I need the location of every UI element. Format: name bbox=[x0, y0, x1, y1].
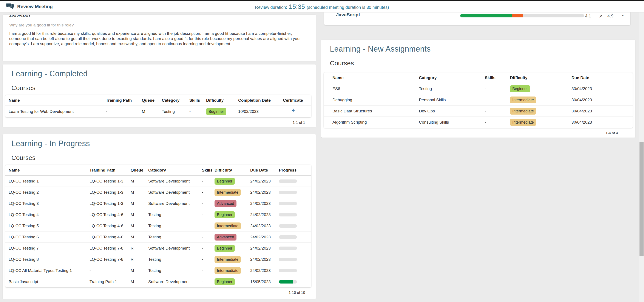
col-name: Name bbox=[6, 98, 106, 103]
table-row: Basic Javascript Training Path 1 M Softw… bbox=[6, 276, 311, 287]
col-difficulty: Difficulty bbox=[510, 75, 572, 80]
progress-bar bbox=[279, 247, 297, 250]
skill-current-score: 4.1 bbox=[585, 13, 591, 18]
qa-date: 2023/02/27 bbox=[9, 15, 310, 18]
cell-skills: - bbox=[189, 109, 206, 114]
in-progress-courses-table: Name Training Path Queue Category Skills… bbox=[6, 165, 311, 287]
score-trend-arrow-icon: ↗ bbox=[599, 13, 602, 19]
difficulty-badge: Intermediate bbox=[214, 223, 241, 229]
pagination-completed: 1-1 of 1 bbox=[3, 117, 316, 125]
review-duration-value: 15:35 bbox=[289, 3, 305, 10]
certificate-download-icon[interactable] bbox=[290, 108, 296, 114]
col-skills: Skills bbox=[485, 75, 510, 80]
cell-name: LQ-CC Testing 7 bbox=[6, 246, 90, 251]
cell-name: LQ-CC Testing 3 bbox=[6, 201, 90, 206]
courses-subtitle: Courses bbox=[3, 154, 316, 161]
app-bar: Review Meeting Review duration: 15:35 (s… bbox=[0, 1, 644, 12]
progress-bar bbox=[279, 224, 297, 228]
page-title: Review Meeting bbox=[17, 4, 53, 9]
col-queue: Queue bbox=[142, 98, 162, 103]
col-skills: Skills bbox=[202, 168, 214, 173]
pagination-in-progress: 1-10 of 10 bbox=[3, 287, 316, 295]
table-row: LQ-CC All Material Types Testing 1 - M T… bbox=[6, 265, 311, 276]
table-row: LQ-CC Testing 6 LQ-CC Testing 4-6 M Test… bbox=[6, 232, 311, 243]
difficulty-badge: Beginner bbox=[206, 108, 226, 115]
difficulty-badge: Beginner bbox=[214, 245, 235, 252]
cell-name: Basic Data Structures bbox=[324, 109, 419, 113]
col-category: Category bbox=[148, 168, 202, 173]
cell-name: LQ-CC Testing 2 bbox=[6, 190, 90, 195]
col-training-path: Training Path bbox=[106, 98, 142, 103]
cell-name: LQ-CC Testing 5 bbox=[6, 224, 90, 228]
difficulty-badge: Beginner bbox=[214, 278, 235, 285]
progress-bar bbox=[279, 202, 297, 205]
col-progress: Progress bbox=[279, 168, 311, 173]
table-row: Basic Data Structures Dev Ops - Intermed… bbox=[324, 106, 632, 117]
difficulty-badge: Beginner bbox=[214, 178, 235, 185]
table-row: LQ-CC Testing 5 LQ-CC Testing 4-6 M Test… bbox=[6, 220, 311, 232]
cell-category: Testing bbox=[162, 109, 189, 114]
skill-bar-gap-segment bbox=[512, 14, 523, 17]
window-top-edge bbox=[0, 0, 644, 1]
progress-bar bbox=[279, 191, 297, 194]
section-title-completed: Learning - Completed bbox=[3, 64, 316, 78]
progress-bar bbox=[279, 213, 297, 217]
cell-name: LQ-CC Testing 1 bbox=[6, 179, 90, 184]
progress-bar bbox=[279, 269, 297, 272]
qa-answer: I am a good fit for this role because my… bbox=[9, 31, 310, 46]
progress-bar bbox=[279, 235, 297, 239]
col-training-path: Training Path bbox=[90, 168, 130, 173]
difficulty-badge: Intermediate bbox=[510, 119, 536, 126]
difficulty-badge: Beginner bbox=[510, 85, 530, 92]
difficulty-badge: Intermediate bbox=[214, 267, 241, 274]
learning-completed-section: Learning - Completed Courses Name Traini… bbox=[3, 64, 316, 127]
cell-name: Learn Testing for Web Development bbox=[6, 109, 106, 114]
cell-name: LQ-CC Testing 4 bbox=[6, 212, 90, 217]
cell-name: LQ-CC Testing 6 bbox=[6, 235, 90, 240]
cell-name: LQ-CC Testing 8 bbox=[6, 257, 90, 262]
review-duration-note: (scheduled meeting duration is 30 minute… bbox=[306, 5, 389, 10]
difficulty-badge: Intermediate bbox=[510, 96, 536, 103]
cell-name: ES6 bbox=[324, 86, 419, 91]
difficulty-badge: Advanced bbox=[214, 234, 236, 241]
skill-bar-current-segment bbox=[460, 14, 512, 17]
qa-panel: 2023/02/27 Why are you a good fit for th… bbox=[3, 15, 316, 61]
table-row: LQ-CC Testing 7 LQ-CC Testing 7-8 R Soft… bbox=[6, 243, 311, 254]
progress-bar bbox=[279, 180, 297, 183]
completed-courses-table: Name Training Path Queue Category Skills… bbox=[6, 95, 311, 117]
col-due-date: Due Date bbox=[250, 168, 279, 173]
cell-completion-date: 10/02/2023 bbox=[238, 109, 283, 114]
table-row: LQ-CC Testing 2 LQ-CC Testing 1-3 M Soft… bbox=[6, 187, 311, 198]
difficulty-badge: Intermediate bbox=[214, 256, 241, 263]
col-completion-date: Completion Date bbox=[238, 98, 283, 103]
cell-name: Basic Javascript bbox=[6, 280, 90, 284]
vertical-scrollbar[interactable] bbox=[639, 12, 644, 302]
col-skills: Skills bbox=[189, 98, 206, 103]
table-row: ES6 Testing - Beginner 30/04/2023 bbox=[324, 83, 632, 94]
progress-bar bbox=[279, 280, 297, 284]
page-content: 2023/02/27 Why are you a good fit for th… bbox=[0, 12, 644, 302]
courses-subtitle: Courses bbox=[3, 84, 316, 92]
col-queue: Queue bbox=[130, 168, 148, 173]
qa-question: Why are you a good fit for this role? bbox=[9, 23, 310, 27]
table-row: LQ-CC Testing 3 LQ-CC Testing 1-3 M Soft… bbox=[6, 198, 311, 209]
scrollbar-thumb[interactable] bbox=[640, 142, 644, 256]
table-row: LQ-CC Testing 4 LQ-CC Testing 4-6 M Test… bbox=[6, 209, 311, 220]
table-row: Algorithm Scripting Consulting Skills - … bbox=[324, 117, 632, 128]
col-name: Name bbox=[324, 75, 419, 80]
difficulty-badge: Intermediate bbox=[214, 189, 241, 196]
difficulty-badge: Advanced bbox=[214, 200, 236, 207]
col-name: Name bbox=[6, 168, 90, 173]
chevron-down-icon[interactable]: ▾ bbox=[622, 13, 624, 17]
skill-progress-bar bbox=[460, 14, 584, 17]
section-title-in-progress: Learning - In Progress bbox=[3, 134, 316, 148]
cell-queue: M bbox=[142, 109, 162, 114]
learning-in-progress-section: Learning - In Progress Courses Name Trai… bbox=[3, 134, 316, 299]
col-certificate: Certificate bbox=[283, 98, 311, 103]
col-due-date: Due Date bbox=[572, 75, 632, 80]
progress-bar bbox=[279, 258, 297, 261]
courses-subtitle: Courses bbox=[321, 59, 635, 67]
cell-name: Debugging bbox=[324, 98, 419, 102]
pagination-new-assignments: 1-4 of 4 bbox=[321, 128, 635, 135]
col-difficulty: Difficulty bbox=[206, 98, 238, 103]
